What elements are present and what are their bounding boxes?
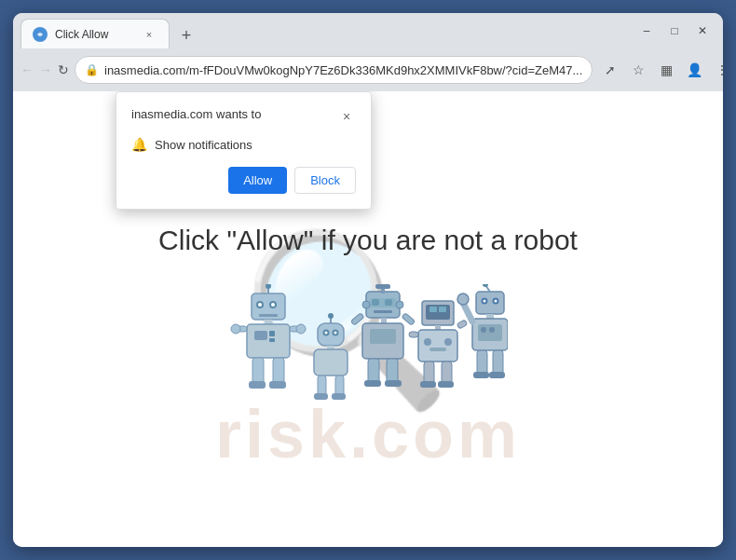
svg-rect-12 [269, 331, 275, 336]
bookmark-button[interactable]: ☆ [626, 58, 650, 82]
robots-illustration [228, 284, 508, 415]
svg-point-41 [396, 301, 403, 308]
popup-close-button[interactable]: × [337, 107, 356, 126]
svg-rect-39 [374, 310, 392, 313]
svg-rect-6 [259, 314, 278, 317]
notification-label: Show notifications [155, 138, 252, 152]
svg-rect-66 [420, 381, 436, 388]
active-tab[interactable]: Click Allow × [20, 19, 170, 48]
svg-rect-51 [364, 380, 381, 387]
share-button[interactable]: ➚ [598, 58, 622, 82]
svg-rect-33 [314, 393, 328, 400]
svg-point-4 [258, 303, 262, 307]
sidebar-button[interactable]: ▦ [654, 58, 678, 82]
allow-button[interactable]: Allow [228, 167, 287, 194]
svg-rect-47 [350, 312, 364, 325]
sidebar-icon: ▦ [661, 62, 673, 77]
svg-point-81 [457, 294, 469, 305]
page-content: Click "Allow" if you are not a robot [158, 225, 578, 415]
svg-rect-77 [478, 324, 502, 341]
svg-rect-85 [473, 372, 489, 378]
svg-rect-31 [318, 376, 326, 396]
url-text: inasmedia.com/m-fFDouVMw0kogNpY7Ez6Dk336… [104, 63, 582, 77]
svg-rect-61 [429, 348, 446, 351]
back-button[interactable]: ← [20, 57, 34, 83]
svg-point-40 [362, 301, 370, 308]
block-button[interactable]: Block [294, 167, 356, 194]
tab-bar: Click Allow × + [20, 13, 634, 48]
address-actions: ➚ ☆ ▦ 👤 ⋮ [598, 58, 723, 82]
svg-rect-64 [424, 362, 434, 384]
browser-window: Click Allow × + – □ ✕ ← → ↻ 🔒 inasmedia.… [13, 13, 723, 547]
svg-rect-84 [493, 350, 503, 375]
svg-rect-32 [335, 376, 344, 396]
notification-popup: inasmedia.com wants to × 🔔 Show notifica… [116, 91, 372, 210]
popup-notification-row: 🔔 Show notifications [131, 137, 356, 152]
svg-rect-50 [387, 359, 398, 383]
svg-rect-62 [409, 332, 418, 337]
svg-point-71 [483, 299, 485, 302]
maximize-button[interactable]: □ [661, 18, 688, 44]
popup-buttons: Allow Block [131, 167, 356, 194]
robots-svg [228, 284, 508, 415]
svg-rect-46 [370, 329, 396, 344]
profile-button[interactable]: 👤 [682, 58, 706, 82]
svg-rect-43 [375, 284, 390, 289]
svg-rect-56 [439, 307, 446, 312]
popup-title: inasmedia.com wants to [131, 107, 261, 121]
svg-rect-21 [269, 381, 286, 389]
svg-rect-67 [438, 381, 454, 388]
refresh-icon: ↻ [58, 62, 69, 77]
svg-point-5 [271, 303, 275, 307]
minimize-button[interactable]: – [634, 18, 660, 44]
svg-rect-38 [370, 298, 396, 307]
forward-button[interactable]: → [39, 57, 52, 83]
address-bar: ← → ↻ 🔒 inasmedia.com/m-fFDouVMw0kogNpY7… [13, 48, 723, 91]
svg-point-17 [296, 324, 306, 334]
tab-close-button[interactable]: × [141, 26, 157, 43]
svg-rect-49 [368, 359, 379, 383]
svg-rect-83 [477, 350, 487, 375]
svg-rect-11 [254, 331, 267, 340]
address-bar-input[interactable]: 🔒 inasmedia.com/m-fFDouVMw0kogNpY7Ez6Dk3… [75, 56, 593, 84]
svg-point-25 [324, 331, 327, 334]
lock-icon: 🔒 [85, 63, 99, 76]
svg-rect-65 [442, 362, 452, 384]
new-tab-button[interactable]: + [173, 22, 199, 48]
svg-rect-44 [381, 318, 387, 323]
svg-point-60 [444, 338, 452, 346]
menu-button[interactable]: ⋮ [710, 58, 723, 82]
svg-rect-19 [273, 358, 284, 384]
svg-point-28 [328, 313, 334, 319]
tab-favicon [33, 27, 48, 42]
svg-rect-20 [249, 381, 266, 389]
content-area: 🔍 risk.com inasmedia.com wants to × 🔔 Sh… [13, 91, 723, 547]
bookmark-icon: ☆ [633, 62, 645, 77]
svg-rect-34 [332, 393, 346, 400]
menu-icon: ⋮ [716, 62, 723, 77]
refresh-button[interactable]: ↻ [58, 57, 69, 83]
forward-icon: → [39, 62, 52, 77]
svg-rect-52 [385, 380, 402, 387]
svg-point-72 [494, 299, 497, 302]
svg-rect-68 [476, 292, 504, 314]
svg-point-16 [231, 324, 240, 334]
svg-rect-30 [314, 349, 348, 376]
tab-title: Click Allow [55, 28, 133, 41]
svg-point-8 [266, 284, 271, 289]
main-text: Click "Allow" if you are not a robot [158, 225, 578, 256]
svg-point-78 [481, 327, 486, 333]
title-bar: Click Allow × + – □ ✕ [13, 13, 723, 48]
svg-rect-18 [252, 358, 264, 384]
svg-rect-63 [457, 319, 468, 328]
svg-point-79 [489, 327, 495, 333]
share-icon: ➚ [605, 62, 616, 77]
back-icon: ← [20, 62, 34, 77]
svg-line-80 [463, 303, 472, 321]
svg-point-26 [334, 331, 336, 334]
profile-icon: 👤 [687, 62, 702, 77]
svg-rect-48 [402, 312, 416, 325]
svg-point-59 [424, 338, 431, 346]
close-button[interactable]: ✕ [689, 18, 716, 44]
svg-rect-86 [489, 372, 505, 378]
